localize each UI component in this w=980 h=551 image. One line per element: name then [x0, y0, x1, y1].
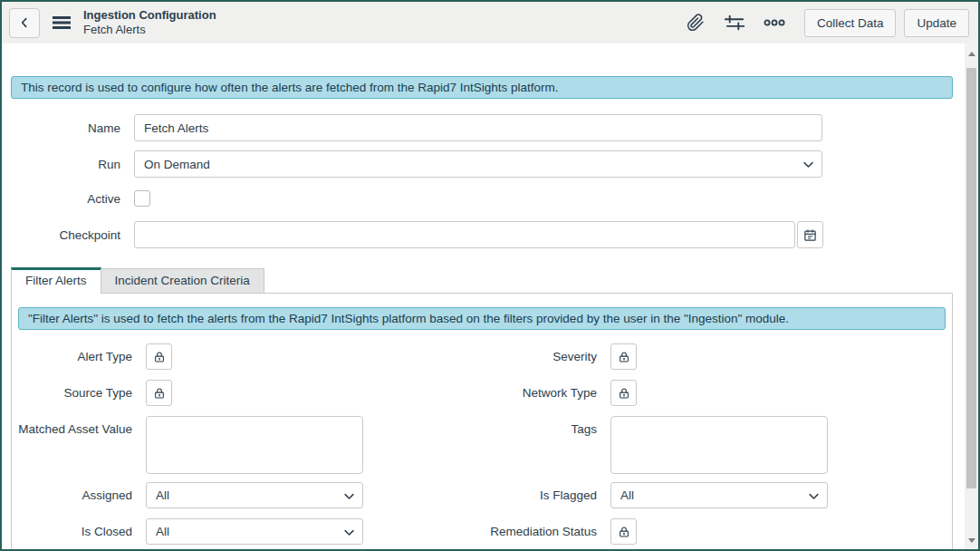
field-alert-type: Alert Type	[17, 343, 482, 370]
field-row-active: Active	[2, 190, 965, 207]
calendar-icon	[803, 228, 817, 242]
scroll-down-button[interactable]	[965, 534, 978, 546]
chevron-down-icon	[342, 526, 356, 542]
lock-icon	[153, 387, 166, 400]
field-is-closed: Is Closed All	[17, 518, 482, 545]
back-button[interactable]	[9, 8, 40, 38]
app-window: Ingestion Configuration Fetch Alerts Col…	[0, 0, 980, 551]
severity-label: Severity	[482, 350, 610, 363]
chevron-down-icon	[802, 158, 815, 174]
context-menu-button[interactable]	[53, 14, 71, 31]
is-closed-select[interactable]: All	[146, 518, 363, 545]
remediation-status-lock-button[interactable]	[610, 518, 637, 545]
active-label: Active	[2, 192, 134, 206]
alert-type-label: Alert Type	[17, 350, 146, 363]
field-network-type: Network Type	[482, 380, 946, 406]
sliders-icon	[724, 14, 745, 32]
name-input[interactable]	[134, 114, 822, 141]
field-severity: Severity	[482, 343, 946, 370]
filter-row-3: Matched Asset Value Tags	[17, 416, 946, 474]
source-type-label: Source Type	[17, 386, 146, 400]
assigned-label: Assigned	[17, 488, 146, 502]
chevron-down-icon	[342, 489, 356, 506]
chevron-down-icon	[807, 489, 821, 506]
matched-asset-value-label: Matched Asset Value	[17, 416, 146, 436]
form-header: Ingestion Configuration Fetch Alerts Col…	[2, 2, 978, 44]
triangle-up-icon	[968, 52, 975, 56]
record-name: Fetch Alerts	[83, 23, 216, 37]
run-select[interactable]: On Demand	[134, 150, 822, 178]
chevron-left-icon	[17, 15, 32, 30]
personalize-form-button[interactable]	[724, 14, 745, 32]
three-circles-icon	[764, 18, 785, 27]
form-body: This record is used to configure how oft…	[2, 44, 965, 549]
field-is-flagged: Is Flagged All	[482, 482, 946, 508]
paperclip-icon	[687, 14, 705, 32]
tags-label: Tags	[482, 416, 610, 436]
network-type-lock-button[interactable]	[610, 380, 637, 406]
collect-data-button[interactable]: Collect Data	[804, 9, 897, 37]
run-label: Run	[2, 158, 134, 171]
is-flagged-select[interactable]: All	[610, 482, 828, 508]
field-matched-asset-value: Matched Asset Value	[17, 416, 482, 474]
remediation-status-label: Remediation Status	[482, 525, 610, 538]
tab-filter-alerts[interactable]: Filter Alerts	[11, 267, 101, 294]
run-select-value: On Demand	[144, 158, 210, 171]
lock-icon	[618, 351, 630, 363]
severity-lock-button[interactable]	[610, 343, 637, 370]
tab-bar: Filter Alerts Incident Creation Criteria	[11, 267, 965, 293]
scrollbar-thumb[interactable]	[966, 68, 976, 488]
page-title: Ingestion Configuration	[83, 8, 216, 23]
filter-row-5: Is Closed All Remediation Status	[17, 518, 946, 545]
tags-textarea[interactable]	[610, 416, 828, 474]
more-options-button[interactable]	[764, 18, 785, 27]
field-row-run: Run On Demand	[2, 150, 965, 178]
field-remediation-status: Remediation Status	[482, 518, 946, 545]
field-tags: Tags	[482, 416, 946, 474]
vertical-scrollbar[interactable]	[965, 44, 978, 549]
hamburger-icon	[53, 14, 71, 31]
lock-icon	[618, 526, 630, 538]
checkpoint-calendar-button[interactable]	[797, 221, 823, 248]
tab-incident-creation-criteria[interactable]: Incident Creation Criteria	[101, 268, 264, 293]
attachment-button[interactable]	[687, 14, 705, 32]
name-label: Name	[2, 121, 134, 135]
filter-row-2: Source Type Network Type	[17, 380, 946, 406]
triangle-down-icon	[968, 538, 975, 543]
is-closed-select-value: All	[156, 525, 169, 538]
field-assigned: Assigned All	[17, 482, 482, 508]
is-flagged-label: Is Flagged	[482, 488, 610, 502]
checkpoint-label: Checkpoint	[2, 228, 134, 242]
is-closed-label: Is Closed	[17, 525, 146, 538]
update-button[interactable]: Update	[904, 9, 969, 37]
record-info-message: This record is used to configure how oft…	[11, 76, 953, 99]
field-row-checkpoint: Checkpoint	[2, 221, 965, 248]
field-row-name: Name	[2, 114, 965, 141]
assigned-select-value: All	[156, 488, 169, 502]
checkpoint-input[interactable]	[134, 221, 795, 248]
active-checkbox[interactable]	[134, 190, 150, 207]
scroll-up-button[interactable]	[965, 47, 978, 60]
filter-alerts-panel: "Filter Alerts" is used to fetch the ale…	[11, 293, 953, 551]
assigned-select[interactable]: All	[146, 482, 363, 508]
is-flagged-select-value: All	[620, 488, 634, 502]
lock-icon	[153, 351, 166, 363]
filter-row-4: Assigned All Is Flagged All	[17, 482, 946, 508]
source-type-lock-button[interactable]	[146, 380, 172, 406]
alert-type-lock-button[interactable]	[146, 343, 172, 370]
network-type-label: Network Type	[482, 386, 610, 400]
field-source-type: Source Type	[17, 380, 482, 406]
filter-info-message: "Filter Alerts" is used to fetch the ale…	[18, 307, 946, 330]
matched-asset-value-textarea[interactable]	[146, 416, 363, 474]
filter-row-1: Alert Type Severity	[17, 343, 946, 370]
record-title: Ingestion Configuration Fetch Alerts	[83, 8, 216, 38]
lock-icon	[618, 387, 630, 400]
